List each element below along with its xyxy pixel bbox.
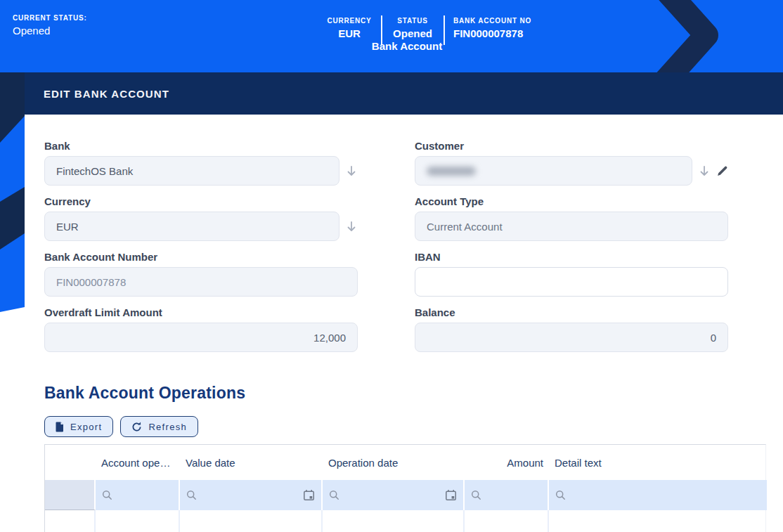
- filter-cell-empty: [45, 480, 96, 510]
- filter-value-date-input[interactable]: [180, 480, 323, 510]
- currency-select[interactable]: EUR: [44, 212, 339, 241]
- current-status-label: CURRENT STATUS:: [13, 14, 87, 22]
- bank-account-number-field: FIN000007878: [44, 267, 358, 297]
- overdraft-limit-value: 12,000: [313, 332, 346, 344]
- bank-label: Bank: [44, 140, 358, 152]
- col-header-operation-date[interactable]: Operation date: [323, 457, 465, 469]
- export-button-label: Export: [70, 422, 102, 432]
- balance-field: 0: [415, 323, 728, 352]
- bank-account-no-label: BANK ACCOUNT NO: [453, 17, 552, 25]
- table-cell: [180, 510, 323, 532]
- entity-subtitle: Bank Account: [350, 40, 464, 52]
- table-cell: [549, 510, 767, 532]
- iban-label: IBAN: [415, 251, 728, 263]
- filter-detail-text-input[interactable]: [549, 480, 767, 510]
- filter-account-operation-input[interactable]: [96, 480, 180, 510]
- table-cell: [465, 510, 549, 532]
- status-label: STATUS: [384, 17, 441, 25]
- edit-bank-account-bar: EDIT BANK ACCOUNT: [25, 72, 783, 115]
- overdraft-limit-field: 12,000: [44, 323, 358, 352]
- search-icon: [471, 490, 481, 500]
- bank-account-no-value: FIN000007878: [453, 27, 552, 39]
- current-status-value: Opened: [13, 25, 87, 37]
- refresh-icon: [131, 422, 142, 432]
- calendar-icon[interactable]: [303, 489, 315, 501]
- customer-dropdown-arrow-icon[interactable]: [699, 165, 710, 177]
- customer-select[interactable]: [415, 156, 692, 186]
- refresh-button-label: Refresh: [148, 422, 187, 432]
- customer-label: Customer: [415, 140, 728, 152]
- customer-edit-pencil-icon[interactable]: [716, 165, 728, 177]
- col-header-account-operation[interactable]: Account ope…: [96, 457, 180, 469]
- table-empty-row: [45, 510, 765, 532]
- table-cell: [45, 510, 96, 532]
- customer-value-redacted: [427, 167, 476, 176]
- current-status-block: CURRENT STATUS: Opened: [13, 14, 87, 37]
- account-type-field: Current Account: [415, 212, 728, 241]
- banner-status-cell: STATUS Opened: [384, 17, 441, 39]
- bank-account-number-value: FIN000007878: [56, 276, 126, 288]
- table-cell: [96, 510, 180, 532]
- col-header-value-date[interactable]: Value date: [180, 457, 323, 469]
- top-status-banner: CURRENT STATUS: Opened CURRENCY EUR STAT…: [0, 0, 783, 72]
- operations-section-title: Bank Account Operations: [44, 384, 783, 403]
- currency-field-value: EUR: [56, 221, 79, 233]
- table-filter-row: [45, 480, 765, 510]
- banner-account-no-cell: BANK ACCOUNT NO FIN000007878: [453, 17, 552, 39]
- calendar-icon[interactable]: [445, 489, 457, 501]
- overdraft-limit-label: Overdraft Limit Amount: [44, 306, 358, 318]
- search-icon: [186, 490, 197, 500]
- col-header-amount[interactable]: Amount: [465, 457, 549, 469]
- page-title: EDIT BANK ACCOUNT: [44, 88, 169, 100]
- export-file-icon: [56, 422, 64, 432]
- filter-operation-date-input[interactable]: [323, 480, 465, 510]
- search-icon: [555, 490, 566, 500]
- bank-account-number-label: Bank Account Number: [44, 251, 358, 263]
- bank-dropdown-arrow-icon[interactable]: [346, 165, 357, 177]
- banner-currency-cell: CURRENCY EUR: [318, 17, 381, 39]
- search-icon: [329, 490, 339, 500]
- table-cell: [323, 510, 465, 532]
- iban-input[interactable]: [415, 267, 728, 297]
- bank-select[interactable]: FintechOS Bank: [44, 156, 339, 186]
- account-type-value: Current Account: [427, 221, 503, 233]
- search-icon: [102, 490, 112, 500]
- chevron-decoration-icon: [597, 0, 745, 72]
- balance-label: Balance: [415, 306, 728, 318]
- currency-dropdown-arrow-icon[interactable]: [346, 221, 357, 233]
- refresh-button[interactable]: Refresh: [120, 416, 198, 437]
- bank-value: FintechOS Bank: [56, 165, 133, 177]
- status-value: Opened: [384, 27, 441, 39]
- bank-account-page: CURRENT STATUS: Opened CURRENCY EUR STAT…: [0, 0, 783, 532]
- form-content: Bank FintechOS Bank Customer: [25, 115, 783, 532]
- filter-amount-input[interactable]: [465, 480, 549, 510]
- balance-value: 0: [711, 332, 716, 344]
- account-type-label: Account Type: [415, 195, 728, 207]
- currency-value: EUR: [318, 27, 381, 39]
- table-header-row: Account ope… Value date Operation date A…: [45, 445, 765, 480]
- export-button[interactable]: Export: [44, 416, 113, 437]
- currency-field-label: Currency: [44, 195, 358, 207]
- col-header-detail-text[interactable]: Detail text: [549, 457, 767, 469]
- operations-table: Account ope… Value date Operation date A…: [44, 444, 766, 532]
- currency-label: CURRENCY: [318, 17, 381, 25]
- left-art-decoration: [0, 72, 25, 315]
